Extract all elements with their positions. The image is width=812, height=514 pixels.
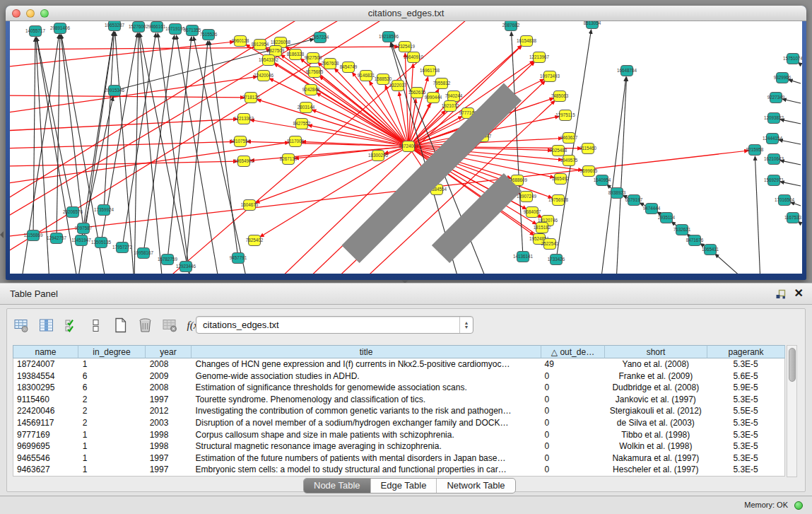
column-header-title[interactable]: title xyxy=(192,345,541,358)
network-window-titlebar[interactable]: citations_edges.txt xyxy=(6,6,806,21)
table-panel-header: Table Panel ✕ xyxy=(0,283,812,305)
tab-network-table[interactable]: Network Table xyxy=(437,479,514,493)
show-columns-button[interactable] xyxy=(37,317,54,334)
table-row[interactable]: 1872400712008Changes of HCN gene express… xyxy=(13,358,784,370)
cell-in_degree: 2 xyxy=(79,417,146,429)
cell-pagerank: 5.3E-5 xyxy=(707,417,784,429)
cell-short: Hescheler et al. (1997) xyxy=(604,464,707,476)
cell-short: Jankovic et al. (1997) xyxy=(604,394,707,406)
table-row[interactable]: 911546021997Tourette syndrome. Phenomeno… xyxy=(13,394,784,406)
cell-short: Yano et al. (2008) xyxy=(604,358,707,370)
table-panel-inner: f(x) citations_edges.txt ▲▼ namein_degre… xyxy=(6,308,806,492)
row-height-button[interactable] xyxy=(87,317,104,334)
table-row[interactable]: 1456911722003Disruption of a novel membe… xyxy=(13,417,784,429)
cell-short: Franke et al. (2009) xyxy=(604,370,707,382)
cell-short: Nakamura et al. (1997) xyxy=(604,452,707,465)
cell-pagerank: 5.3E-5 xyxy=(707,464,784,476)
cell-out_de: 0 xyxy=(541,405,605,417)
cell-title: Estimation of significance thresholds fo… xyxy=(192,382,541,394)
cell-out_de: 0 xyxy=(541,464,605,476)
resize-grip-icon[interactable] xyxy=(10,21,801,272)
cell-pagerank: 5.3E-5 xyxy=(707,358,784,370)
cell-in_degree: 1 xyxy=(79,440,146,452)
new-table-button[interactable] xyxy=(112,317,129,334)
cell-year: 2008 xyxy=(146,382,192,394)
cell-name: 18300295 xyxy=(13,382,79,394)
tab-edge-table[interactable]: Edge Table xyxy=(371,479,437,493)
select-all-rows-button[interactable] xyxy=(62,317,79,334)
column-header-pagerank[interactable]: pagerank xyxy=(707,345,785,358)
cell-in_degree: 2 xyxy=(79,405,146,417)
cell-in_degree: 1 xyxy=(79,452,146,465)
cell-out_de: 0 xyxy=(541,440,605,452)
cell-title: Investigating the contribution of common… xyxy=(192,405,541,417)
cell-out_de: 0 xyxy=(541,429,605,441)
column-header-in_degree[interactable]: in_degree xyxy=(78,345,146,358)
cell-title: Disruption of a novel member of a sodium… xyxy=(192,417,541,429)
import-table-disabled-button[interactable] xyxy=(161,317,178,334)
cell-pagerank: 5.3E-5 xyxy=(707,429,784,441)
table-row[interactable]: 977716911998Corpus callosum shape and si… xyxy=(13,429,784,441)
cell-year: 2012 xyxy=(146,405,192,417)
table-scrollbar[interactable] xyxy=(787,345,797,477)
cell-year: 1998 xyxy=(146,440,192,452)
network-window[interactable]: citations_edges.txt 18724007996012889129… xyxy=(6,6,806,280)
tab-node-table[interactable]: Node Table xyxy=(304,479,371,493)
table-header-row: namein_degreeyeartitle△ out_de…shortpage… xyxy=(13,345,785,358)
table-row[interactable]: 946554611997Estimation of the future num… xyxy=(13,452,784,465)
column-header-name[interactable]: name xyxy=(13,345,78,358)
cell-title: Embryonic stem cells: a model to study s… xyxy=(192,464,541,476)
cell-year: 2009 xyxy=(146,370,192,382)
table-panel-body: f(x) citations_edges.txt ▲▼ namein_degre… xyxy=(0,305,812,495)
cell-out_de: 0 xyxy=(541,382,605,394)
delete-table-button[interactable] xyxy=(136,317,153,334)
table-selector-value: citations_edges.txt xyxy=(203,317,279,333)
float-panel-icon[interactable] xyxy=(775,288,787,300)
memory-status-label: Memory: OK xyxy=(744,496,788,514)
table-scrollbar-thumb[interactable] xyxy=(789,348,796,382)
cell-out_de: 0 xyxy=(541,370,605,382)
table-row[interactable]: 946362711997Embryonic stem cells: a mode… xyxy=(13,464,784,476)
table-options-button[interactable] xyxy=(13,317,30,334)
table-panel-title: Table Panel xyxy=(10,284,58,305)
cell-short: Dudbridge et al. (2008) xyxy=(604,382,707,394)
table-toolbar: f(x) xyxy=(13,313,203,337)
column-header-out_de[interactable]: △ out_de… xyxy=(541,345,605,358)
cell-name: 18724007 xyxy=(13,358,79,370)
table-tabs: Node TableEdge TableNetwork Table xyxy=(303,478,516,493)
close-panel-icon[interactable]: ✕ xyxy=(794,286,804,300)
memory-status-indicator[interactable] xyxy=(794,501,803,510)
network-canvas[interactable]: 1872400799601288912954182260589827509105… xyxy=(10,21,802,274)
cell-year: 1997 xyxy=(146,464,192,476)
cell-title: Changes of HCN gene expression and I(f) … xyxy=(192,358,541,370)
column-header-year[interactable]: year xyxy=(146,345,192,358)
split-pane-handle-left-icon[interactable] xyxy=(0,231,4,238)
cell-name: 9465546 xyxy=(13,452,79,465)
cell-short: de Silva et al. (2003) xyxy=(604,417,707,429)
cell-in_degree: 1 xyxy=(79,358,146,370)
status-bar: Memory: OK xyxy=(0,496,812,514)
column-header-short[interactable]: short xyxy=(605,345,707,358)
cell-title: Structural magnetic resonance image aver… xyxy=(192,440,541,452)
cell-name: 9777169 xyxy=(13,429,79,441)
cell-name: 9463627 xyxy=(13,464,79,476)
cell-name: 22420046 xyxy=(13,405,79,417)
table-empty-area xyxy=(13,476,785,477)
cell-in_degree: 6 xyxy=(79,382,146,394)
dropdown-spinner-icon: ▲▼ xyxy=(459,317,473,333)
cell-pagerank: 5.3E-5 xyxy=(707,394,784,406)
table-row[interactable]: 1830029562008Estimation of significance … xyxy=(13,382,784,394)
table-row[interactable]: 2242004622012Investigating the contribut… xyxy=(13,405,784,417)
cell-out_de: 49 xyxy=(541,358,605,370)
cell-title: Genome-wide association studies in ADHD. xyxy=(192,370,541,382)
cell-year: 2008 xyxy=(146,358,192,370)
cell-year: 1998 xyxy=(146,429,192,441)
cell-in_degree: 6 xyxy=(79,370,146,382)
table-selector-dropdown[interactable]: citations_edges.txt ▲▼ xyxy=(196,316,473,334)
cell-title: Estimation of the future numbers of pati… xyxy=(192,452,541,465)
cell-short: Stergiakouli et al. (2012) xyxy=(604,405,707,417)
table-row[interactable]: 1938455462009Genome-wide association stu… xyxy=(13,370,784,382)
cell-name: 19384554 xyxy=(13,370,79,382)
table-row[interactable]: 969969511998Structural magnetic resonanc… xyxy=(13,440,784,452)
cell-year: 1997 xyxy=(146,452,192,465)
